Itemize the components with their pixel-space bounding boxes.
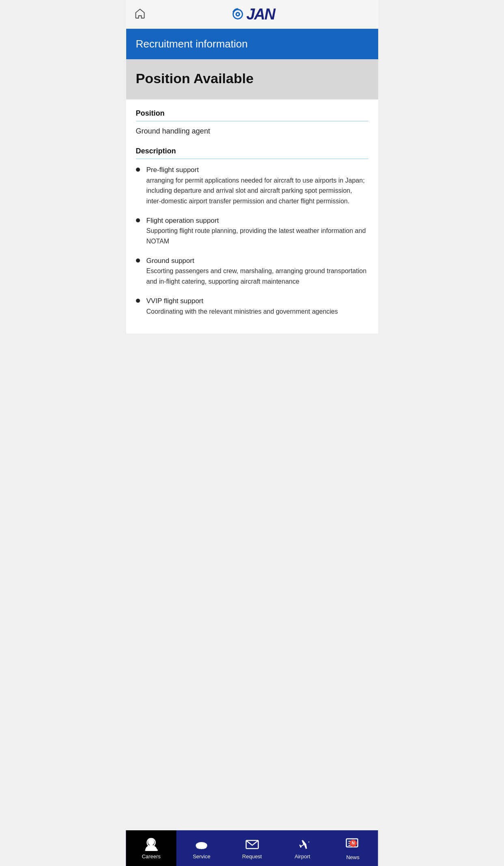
bullet-description: Coordinating with the relevant ministrie… (146, 308, 338, 315)
bullet-title: Flight operation support (146, 217, 219, 224)
position-divider (136, 121, 368, 121)
description-field: Description Pre-flight support arranging… (136, 147, 368, 317)
bullet-dot (136, 218, 140, 222)
bullet-title: Ground support (146, 257, 194, 265)
bullet-content: Pre-flight support arranging for permit … (146, 165, 368, 207)
position-label: Position (136, 109, 368, 118)
bullet-list: Pre-flight support arranging for permit … (136, 165, 368, 317)
bullet-title: Pre-flight support (146, 166, 199, 174)
list-item: Ground support Escorting passengers and … (136, 256, 368, 287)
banner-title: Recruitment information (136, 38, 248, 50)
bullet-description: arranging for permit applications needed… (146, 177, 365, 205)
bullet-description: Supporting flight route planning, provid… (146, 227, 366, 245)
app-logo: JAN (229, 6, 275, 23)
position-field: Position Ground handling agent (136, 109, 368, 136)
bullet-content: Ground support Escorting passengers and … (146, 256, 368, 287)
home-button[interactable] (134, 8, 146, 21)
position-available-title: Position Available (136, 71, 368, 86)
bullet-dot (136, 299, 140, 303)
description-label: Description (136, 147, 368, 155)
list-item: Pre-flight support arranging for permit … (136, 165, 368, 207)
home-icon (134, 13, 146, 20)
list-item: Flight operation support Supporting flig… (136, 215, 368, 247)
position-value: Ground handling agent (136, 127, 368, 136)
bullet-description: Escorting passengers and crew, marshalin… (146, 267, 367, 285)
description-divider (136, 159, 368, 159)
bullet-content: Flight operation support Supporting flig… (146, 215, 368, 247)
main-content: Position Ground handling agent Descripti… (126, 99, 378, 334)
page-banner: Recruitment information (126, 29, 378, 59)
logo-text: JAN (246, 6, 275, 22)
position-available-section: Position Available (126, 59, 378, 99)
bullet-dot (136, 259, 140, 263)
svg-point-2 (237, 13, 239, 15)
list-item: VVIP flight support Coordinating with th… (136, 296, 368, 317)
bullet-content: VVIP flight support Coordinating with th… (146, 296, 368, 317)
bullet-dot (136, 168, 140, 172)
app-header: JAN (126, 0, 378, 29)
bullet-title: VVIP flight support (146, 297, 204, 305)
